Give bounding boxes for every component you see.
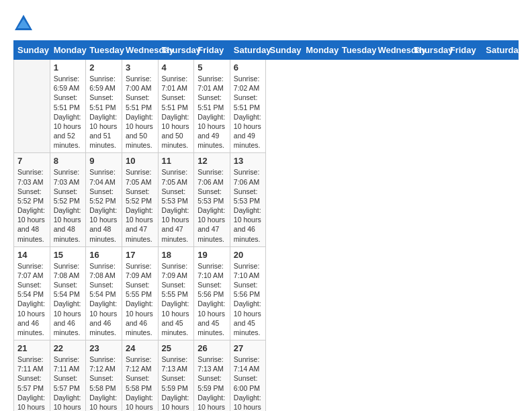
week-row-4: 21Sunrise: 7:11 AM Sunset: 5:57 PM Dayli… (14, 340, 519, 411)
day-header-saturday: Saturday (230, 41, 266, 60)
calendar-cell: 21Sunrise: 7:11 AM Sunset: 5:57 PM Dayli… (14, 340, 50, 411)
cell-info: Sunrise: 7:10 AM Sunset: 5:56 PM Dayligh… (197, 261, 226, 337)
day-number: 6 (234, 62, 263, 73)
day-number: 22 (54, 343, 83, 353)
cell-info: Sunrise: 7:13 AM Sunset: 5:59 PM Dayligh… (162, 355, 191, 411)
day-number: 2 (89, 62, 118, 73)
calendar-cell: 22Sunrise: 7:11 AM Sunset: 5:57 PM Dayli… (50, 340, 86, 411)
calendar-cell: 26Sunrise: 7:13 AM Sunset: 5:59 PM Dayli… (194, 340, 230, 411)
cell-info: Sunrise: 7:01 AM Sunset: 5:51 PM Dayligh… (162, 74, 191, 150)
calendar-cell: 4Sunrise: 7:01 AM Sunset: 5:51 PM Daylig… (158, 60, 194, 153)
cell-info: Sunrise: 7:08 AM Sunset: 5:54 PM Dayligh… (89, 261, 118, 337)
day-header-monday: Monday (50, 41, 86, 60)
day-number: 9 (89, 156, 118, 166)
calendar-cell: 15Sunrise: 7:08 AM Sunset: 5:54 PM Dayli… (50, 246, 86, 340)
cell-info: Sunrise: 6:59 AM Sunset: 5:51 PM Dayligh… (54, 74, 83, 150)
calendar-cell (14, 60, 50, 153)
day-header-sunday: Sunday (14, 41, 50, 60)
day-number: 20 (234, 250, 263, 260)
cell-info: Sunrise: 7:00 AM Sunset: 5:51 PM Dayligh… (126, 74, 154, 150)
week-row-2: 7Sunrise: 7:03 AM Sunset: 5:52 PM Daylig… (14, 153, 519, 246)
week-row-1: 1Sunrise: 6:59 AM Sunset: 5:51 PM Daylig… (14, 60, 519, 153)
day-number: 13 (234, 156, 263, 166)
cell-info: Sunrise: 7:05 AM Sunset: 5:52 PM Dayligh… (126, 167, 154, 243)
day-number: 25 (162, 343, 191, 353)
day-header-friday: Friday (194, 41, 230, 60)
calendar-cell: 9Sunrise: 7:04 AM Sunset: 5:52 PM Daylig… (86, 153, 122, 246)
cell-info: Sunrise: 7:03 AM Sunset: 5:52 PM Dayligh… (54, 167, 83, 243)
cell-info: Sunrise: 7:11 AM Sunset: 5:57 PM Dayligh… (54, 355, 83, 411)
calendar-cell: 8Sunrise: 7:03 AM Sunset: 5:52 PM Daylig… (50, 153, 86, 246)
calendar-cell: 7Sunrise: 7:03 AM Sunset: 5:52 PM Daylig… (14, 153, 50, 246)
day-number: 7 (17, 156, 46, 166)
day-header-sunday: Sunday (266, 41, 302, 60)
cell-info: Sunrise: 7:11 AM Sunset: 5:57 PM Dayligh… (17, 355, 46, 411)
calendar-cell: 13Sunrise: 7:06 AM Sunset: 5:53 PM Dayli… (230, 153, 266, 246)
day-number: 16 (89, 250, 118, 260)
day-header-thursday: Thursday (410, 41, 447, 60)
week-row-3: 14Sunrise: 7:07 AM Sunset: 5:54 PM Dayli… (14, 246, 519, 340)
cell-info: Sunrise: 7:06 AM Sunset: 5:53 PM Dayligh… (197, 167, 226, 243)
day-header-wednesday: Wednesday (374, 41, 410, 60)
day-number: 4 (162, 62, 191, 73)
day-header-tuesday: Tuesday (338, 41, 374, 60)
calendar-cell: 25Sunrise: 7:13 AM Sunset: 5:59 PM Dayli… (158, 340, 194, 411)
cell-info: Sunrise: 7:08 AM Sunset: 5:54 PM Dayligh… (54, 261, 83, 337)
day-number: 1 (54, 62, 83, 73)
cell-info: Sunrise: 7:12 AM Sunset: 5:58 PM Dayligh… (89, 355, 118, 411)
calendar-table: SundayMondayTuesdayWednesdayThursdayFrid… (13, 40, 519, 411)
day-number: 8 (54, 156, 83, 166)
day-header-tuesday: Tuesday (86, 41, 122, 60)
calendar-cell: 23Sunrise: 7:12 AM Sunset: 5:58 PM Dayli… (86, 340, 122, 411)
calendar-cell: 12Sunrise: 7:06 AM Sunset: 5:53 PM Dayli… (194, 153, 230, 246)
calendar-cell: 27Sunrise: 7:14 AM Sunset: 6:00 PM Dayli… (230, 340, 266, 411)
calendar-cell: 16Sunrise: 7:08 AM Sunset: 5:54 PM Dayli… (86, 246, 122, 340)
cell-info: Sunrise: 7:09 AM Sunset: 5:55 PM Dayligh… (126, 261, 154, 337)
day-number: 5 (197, 62, 226, 73)
cell-info: Sunrise: 7:04 AM Sunset: 5:52 PM Dayligh… (89, 167, 118, 243)
cell-info: Sunrise: 7:01 AM Sunset: 5:51 PM Dayligh… (197, 74, 226, 150)
day-number: 24 (126, 343, 154, 353)
day-header-thursday: Thursday (158, 41, 194, 60)
cell-info: Sunrise: 6:59 AM Sunset: 5:51 PM Dayligh… (89, 74, 118, 150)
calendar-cell: 3Sunrise: 7:00 AM Sunset: 5:51 PM Daylig… (122, 60, 158, 153)
day-number: 26 (197, 343, 226, 353)
cell-info: Sunrise: 7:05 AM Sunset: 5:53 PM Dayligh… (162, 167, 191, 243)
day-header-friday: Friday (446, 41, 482, 60)
day-header-wednesday: Wednesday (122, 41, 158, 60)
day-number: 23 (89, 343, 118, 353)
day-number: 14 (17, 250, 46, 260)
logo (13, 13, 36, 34)
cell-info: Sunrise: 7:10 AM Sunset: 5:56 PM Dayligh… (234, 261, 263, 337)
calendar-cell: 6Sunrise: 7:02 AM Sunset: 5:51 PM Daylig… (230, 60, 266, 153)
cell-info: Sunrise: 7:14 AM Sunset: 6:00 PM Dayligh… (234, 355, 263, 411)
calendar-cell: 10Sunrise: 7:05 AM Sunset: 5:52 PM Dayli… (122, 153, 158, 246)
calendar-cell: 1Sunrise: 6:59 AM Sunset: 5:51 PM Daylig… (50, 60, 86, 153)
calendar-cell: 20Sunrise: 7:10 AM Sunset: 5:56 PM Dayli… (230, 246, 266, 340)
calendar-cell: 19Sunrise: 7:10 AM Sunset: 5:56 PM Dayli… (194, 246, 230, 340)
cell-info: Sunrise: 7:13 AM Sunset: 5:59 PM Dayligh… (197, 355, 226, 411)
day-number: 15 (54, 250, 83, 260)
day-header-monday: Monday (302, 41, 339, 60)
cell-info: Sunrise: 7:09 AM Sunset: 5:55 PM Dayligh… (162, 261, 191, 337)
day-number: 3 (126, 62, 154, 73)
cell-info: Sunrise: 7:03 AM Sunset: 5:52 PM Dayligh… (17, 167, 46, 243)
cell-info: Sunrise: 7:06 AM Sunset: 5:53 PM Dayligh… (234, 167, 263, 243)
day-number: 19 (197, 250, 226, 260)
day-number: 17 (126, 250, 154, 260)
day-number: 21 (17, 343, 46, 353)
header-row: SundayMondayTuesdayWednesdayThursdayFrid… (14, 41, 519, 60)
day-number: 12 (197, 156, 226, 166)
day-number: 10 (126, 156, 154, 166)
day-number: 18 (162, 250, 191, 260)
calendar-cell: 17Sunrise: 7:09 AM Sunset: 5:55 PM Dayli… (122, 246, 158, 340)
calendar-cell: 14Sunrise: 7:07 AM Sunset: 5:54 PM Dayli… (14, 246, 50, 340)
day-number: 11 (162, 156, 191, 166)
calendar-cell: 5Sunrise: 7:01 AM Sunset: 5:51 PM Daylig… (194, 60, 230, 153)
day-number: 27 (234, 343, 263, 353)
logo-icon (13, 13, 34, 34)
day-header-saturday: Saturday (482, 41, 519, 60)
calendar-cell: 2Sunrise: 6:59 AM Sunset: 5:51 PM Daylig… (86, 60, 122, 153)
page-header (13, 13, 519, 34)
calendar-cell: 24Sunrise: 7:12 AM Sunset: 5:58 PM Dayli… (122, 340, 158, 411)
